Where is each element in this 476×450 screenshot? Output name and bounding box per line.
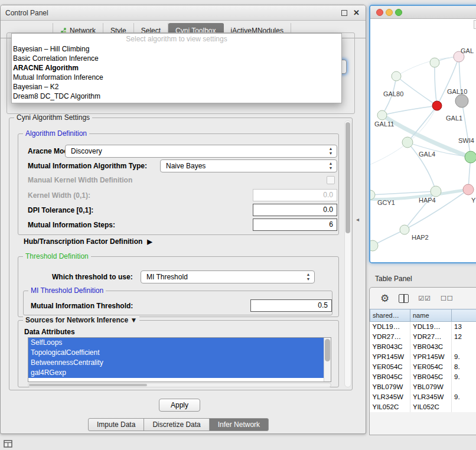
mi-threshold-field[interactable]: 0.5 (250, 299, 332, 312)
table-cell[interactable]: YBL079W (370, 382, 410, 392)
table-cell[interactable]: 9. (452, 352, 476, 362)
network-scrollbar-corner[interactable] (474, 20, 476, 29)
attribute-list-item[interactable]: gal4RGexp (28, 368, 324, 378)
close-traffic-light[interactable] (376, 9, 383, 16)
network-node[interactable] (463, 184, 474, 195)
mi-steps-field[interactable]: 6 (253, 219, 337, 231)
table-row[interactable]: YLR345WYLR345W9. (370, 392, 476, 402)
table-cell[interactable]: YIL052C (410, 402, 452, 412)
column-header-shared-name[interactable]: shared… (370, 309, 410, 322)
network-canvas[interactable]: GALGAL80GAL10GAL11GAL1SWI4GAL4GCY1HAP4YH… (370, 19, 476, 262)
table-cell[interactable]: YLR345W (410, 392, 452, 402)
column-selector-icon[interactable] (399, 294, 409, 303)
mi-type-select[interactable]: Naive Bayes ▲▼ (160, 159, 337, 172)
data-attributes-list[interactable]: SelfLoopsTopologicalCoefficientBetweenne… (28, 337, 331, 382)
attributes-hscrollbar-thumb[interactable] (29, 384, 147, 386)
hub-transcription-section[interactable]: Hub/Transcription Factor Definition▶ (24, 237, 152, 246)
sources-legend[interactable]: Sources for Network Inference ▼ (23, 316, 139, 324)
network-node[interactable] (432, 101, 442, 110)
select-all-icon[interactable]: ☑☑ (418, 295, 431, 302)
deselect-all-icon[interactable]: ☐☐ (441, 295, 454, 302)
network-node[interactable] (430, 58, 439, 67)
network-node[interactable] (465, 151, 476, 163)
network-node[interactable] (370, 240, 378, 251)
control-panel-titlebar[interactable]: Control Panel ✕ (1, 5, 366, 21)
table-cell[interactable]: YBL079W (410, 382, 452, 392)
table-row[interactable]: YBR043CYBR043C (370, 342, 476, 352)
algorithm-option[interactable]: Bayesian – K2 (12, 82, 341, 92)
attributes-scrollbar[interactable] (324, 338, 331, 381)
attributes-hscrollbar[interactable] (28, 383, 331, 387)
table-cell[interactable]: YDL19… (410, 322, 452, 332)
algorithm-option[interactable]: Basic Correlation Inference (12, 54, 341, 63)
algorithm-option[interactable]: Dream8 DC_TDC Algorithm (12, 92, 341, 101)
minimize-traffic-light[interactable] (386, 9, 393, 16)
algorithm-option[interactable]: Bayesian – Hill Climbing (12, 44, 341, 54)
which-threshold-select[interactable]: MI Threshold ▲▼ (141, 270, 315, 283)
apply-button[interactable]: Apply (159, 399, 200, 412)
table-cell[interactable]: YER054C (410, 362, 452, 372)
column-header-name[interactable]: name (410, 309, 452, 322)
table-row[interactable]: YIL052CYIL052C (370, 402, 476, 412)
table-cell[interactable]: 13 (452, 322, 476, 332)
table-cell[interactable]: 9. (452, 392, 476, 402)
network-node[interactable] (400, 225, 409, 234)
settings-scrollbar-thumb[interactable] (345, 122, 350, 233)
attribute-list-item[interactable]: BetweennessCentrality (28, 358, 324, 368)
table-cell[interactable]: 12 (452, 332, 476, 342)
table-cell[interactable]: YIL052C (370, 402, 410, 412)
table-cell[interactable]: YDR27… (370, 332, 410, 342)
gear-icon[interactable]: ⚙ (380, 294, 389, 304)
expanded-arrow-icon[interactable]: ▼ (130, 316, 137, 324)
manual-kernel-checkbox[interactable] (327, 176, 335, 184)
settings-scrollbar[interactable] (344, 120, 351, 387)
network-node[interactable] (431, 186, 441, 197)
table-row[interactable]: YBR045CYBR045C9. (370, 372, 476, 382)
algorithm-option[interactable]: ARACNE Algorithm (12, 63, 341, 73)
table-cell[interactable]: 8. (452, 362, 476, 372)
network-titlebar[interactable] (370, 6, 476, 19)
table-row[interactable]: YBL079WYBL079W (370, 382, 476, 392)
table-cell[interactable] (452, 402, 476, 412)
network-edge[interactable] (382, 106, 437, 115)
table-cell[interactable]: YDR27… (410, 332, 452, 342)
table-row[interactable]: YDR27…YDR27…12 (370, 332, 476, 342)
column-header-clipped[interactable] (452, 309, 476, 322)
table-cell[interactable]: YDL19… (370, 322, 410, 332)
algorithm-option[interactable]: Mutual Information Inference (12, 73, 341, 82)
network-node[interactable] (392, 71, 401, 81)
table-row[interactable]: YDL19…YDL19…13 (370, 322, 476, 332)
attribute-list-item[interactable]: TopologicalCoefficient (28, 348, 324, 358)
tab-infer-network[interactable]: Infer Network (209, 418, 269, 431)
attributes-scrollbar-thumb[interactable] (325, 339, 330, 361)
minimized-panel-icon[interactable] (4, 439, 12, 450)
tab-discretize-data[interactable]: Discretize Data (144, 418, 209, 431)
table-cell[interactable]: 9. (452, 372, 476, 382)
kernel-width-field[interactable]: 0.0 (253, 189, 337, 201)
collapsed-arrow-icon[interactable]: ▶ (147, 238, 152, 245)
table-cell[interactable] (452, 382, 476, 392)
network-node[interactable] (402, 137, 413, 148)
tab-impute-data[interactable]: Impute Data (88, 418, 144, 431)
aracne-mode-select[interactable]: Discovery ▲▼ (65, 145, 337, 158)
table-cell[interactable]: YPR145W (370, 352, 410, 362)
table-cell[interactable]: YBR045C (370, 372, 410, 382)
close-icon[interactable]: ✕ (353, 9, 360, 17)
table-cell[interactable]: YPR145W (410, 352, 452, 362)
network-edge[interactable] (396, 57, 459, 76)
table-row[interactable]: YPR145WYPR145W9. (370, 352, 476, 362)
network-edge[interactable] (462, 101, 471, 157)
table-cell[interactable]: YLR345W (370, 392, 410, 402)
float-window-icon[interactable] (341, 10, 347, 16)
splitter-collapse-icon[interactable]: ◂ (356, 216, 359, 223)
table-cell[interactable] (452, 342, 476, 352)
dpi-tolerance-field[interactable]: 0.0 (253, 204, 337, 216)
table-row[interactable]: YER054CYER054C8. (370, 362, 476, 372)
zoom-traffic-light[interactable] (395, 9, 402, 16)
table-cell[interactable]: YER054C (370, 362, 410, 372)
network-edge[interactable] (435, 63, 437, 106)
network-node[interactable] (377, 110, 387, 120)
attribute-list-item[interactable]: SelfLoops (28, 338, 324, 348)
network-node[interactable] (455, 94, 468, 107)
table-cell[interactable]: YBR043C (370, 342, 410, 352)
